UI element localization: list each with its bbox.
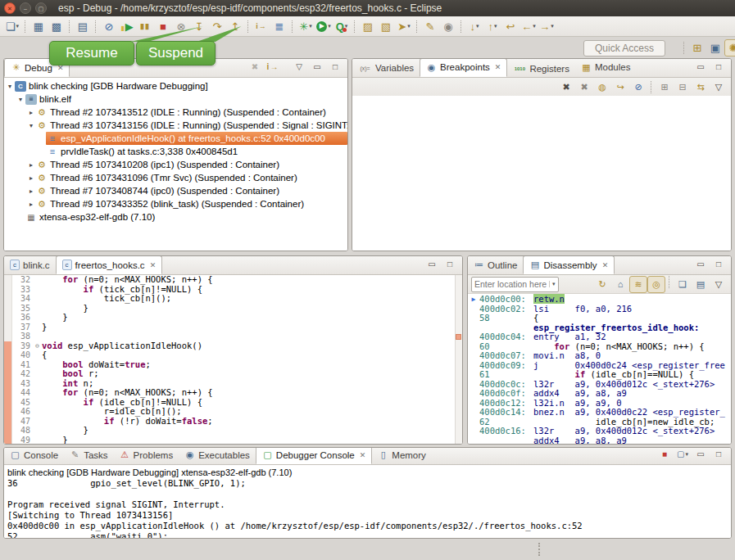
instruction-stepping-toggle[interactable]: i→	[264, 58, 282, 75]
console-output[interactable]: blink checking [GDB Hardware Debugging] …	[4, 465, 731, 538]
dropdown-arrow-icon[interactable]: ▾	[494, 23, 497, 29]
tab-breakpoints[interactable]: ◉Breakpoints✕	[420, 58, 507, 77]
code-line[interactable]: 46 r=idle_cb[n]();	[4, 407, 462, 417]
use-step-filters-button[interactable]: ≣	[270, 18, 288, 35]
view-menu-button[interactable]: ▽	[290, 58, 308, 75]
save-all-button[interactable]: ▩	[48, 18, 66, 35]
code-line[interactable]: 34 tick_cb[n]();	[4, 294, 462, 304]
code-line[interactable]: 48 }	[4, 426, 462, 436]
tab-modules[interactable]: ▦Modules	[575, 59, 636, 76]
cpp-perspective-button[interactable]: ▣	[706, 39, 724, 56]
debug-button[interactable]: ✳▾	[297, 18, 315, 35]
tab-tasks[interactable]: ✎Tasks	[64, 447, 113, 463]
go-to-file-button[interactable]: ↪	[611, 79, 629, 96]
disassembly-line[interactable]: 400d0c04:entry a1, 32	[468, 332, 731, 342]
step-into-button[interactable]: ↧	[190, 18, 208, 35]
debug-tree-thread-3[interactable]: ▾⚙Thread #3 1073413156 (IDLE : Running) …	[4, 119, 347, 132]
collapse-all-button[interactable]: ⊟	[674, 79, 692, 96]
remove-all-breakpoints-button[interactable]: ✖	[575, 79, 593, 96]
run-button[interactable]: ▶▾	[315, 18, 333, 35]
debug-tree-launch[interactable]: ▾Cblink checking [GDB Hardware Debugging…	[4, 79, 347, 93]
minimize-button[interactable]: ▭	[692, 58, 710, 75]
debug-tree-thread-6[interactable]: ▸⚙Thread #6 1073431096 (Tmr Svc) (Suspen…	[4, 171, 347, 184]
open-perspective-button[interactable]: ⊞	[688, 39, 706, 56]
expand-all-button[interactable]: ⊞	[656, 79, 674, 96]
forward-button[interactable]: →▾	[538, 18, 556, 35]
quick-access-button[interactable]: Quick Access	[583, 40, 665, 56]
export-button[interactable]: ▤	[692, 276, 710, 293]
disassembly-line[interactable]: 58{	[468, 314, 731, 323]
fold-marker-icon[interactable]: ⊖	[33, 341, 42, 351]
dropdown-arrow-icon[interactable]: ▾	[476, 23, 479, 29]
close-icon[interactable]: ✕	[495, 63, 501, 71]
window-close-button[interactable]: ✕	[4, 2, 16, 14]
minimize-button[interactable]: ▭	[423, 255, 441, 273]
close-icon[interactable]: ✕	[360, 451, 366, 459]
dropdown-arrow-icon[interactable]: ▾	[533, 23, 536, 29]
maximize-button[interactable]: □	[326, 58, 344, 75]
dropdown-arrow-icon[interactable]: ▾	[407, 23, 411, 29]
sash-handle[interactable]	[538, 543, 542, 556]
disassembly-line[interactable]: 400d0c07:movi.n a8, 0	[468, 351, 731, 361]
combo-dropdown-icon[interactable]: ▾	[549, 281, 558, 287]
debug-tree[interactable]: ▾Cblink checking [GDB Hardware Debugging…	[4, 78, 347, 251]
expand-arrow-icon[interactable]: ▸	[27, 201, 35, 208]
instruction-stepping-button[interactable]: i→	[252, 18, 270, 35]
dropdown-arrow-icon[interactable]: ▾	[685, 451, 688, 458]
suspend-button[interactable]: ▮▮	[136, 18, 154, 35]
resume-button[interactable]: ▶	[118, 18, 136, 35]
debug-tree-stack-frame-idlehook[interactable]: ≡esp_vApplicationIdleHook() at freertos_…	[4, 132, 347, 145]
tab-debugger-console[interactable]: ▢Debugger Console✕	[256, 447, 372, 464]
print-button[interactable]: ▤	[74, 18, 92, 35]
debug-tree-thread-5[interactable]: ▸⚙Thread #5 1073410208 (ipc1) (Suspended…	[4, 158, 347, 171]
close-icon[interactable]: ✕	[150, 261, 157, 269]
debug-tree-elf[interactable]: ▾≣blink.elf	[4, 93, 347, 106]
tab-disassembly[interactable]: ▤Disassembly✕	[523, 255, 615, 274]
dropdown-arrow-icon[interactable]: ▾	[328, 23, 331, 29]
home-button[interactable]: ⌂	[611, 276, 629, 293]
tab-problems[interactable]: ⚠Problems	[114, 447, 179, 463]
track-expression-toggle[interactable]: ◎	[647, 276, 665, 293]
tab-console[interactable]: ▢Console	[4, 447, 64, 463]
breakpoints-content[interactable]	[352, 96, 731, 251]
tab-registers[interactable]: 1010Registers	[507, 60, 575, 77]
location-input[interactable]	[472, 279, 549, 289]
show-source-toggle[interactable]: ≋	[629, 276, 647, 293]
tab-executables[interactable]: ◉Executables	[179, 447, 256, 463]
display-console-button[interactable]: ▢▾	[674, 447, 692, 463]
tab-memory[interactable]: ▯Memory	[372, 447, 432, 463]
tab-outline[interactable]: ≔Outline	[468, 256, 523, 273]
window-minimize-button[interactable]: –	[20, 2, 31, 14]
code-line[interactable]: 32 for (n=0; n<MAX_HOOKS; n++) {	[4, 275, 462, 285]
back-button[interactable]: ←▾	[519, 18, 538, 35]
close-icon[interactable]: ✕	[602, 261, 609, 269]
remove-all-terminated-button[interactable]: ✖	[246, 58, 264, 75]
terminate-button[interactable]: ■	[154, 18, 172, 35]
tab-blink-c[interactable]: cblink.c	[4, 256, 56, 273]
show-breakpoints-for-button[interactable]: ◍	[593, 79, 611, 96]
next-annotation-button[interactable]: ↓▾	[465, 18, 483, 35]
collapse-arrow-icon[interactable]: ▾	[16, 96, 25, 103]
code-line[interactable]: 35 }	[4, 304, 462, 314]
expand-arrow-icon[interactable]: ▸	[27, 161, 35, 169]
view-menu-button[interactable]: ▽	[710, 276, 728, 293]
step-over-button[interactable]: ↷	[208, 18, 226, 35]
disassembly-line[interactable]: 400d0c16:l32r a9, 0x400d012c <_stext+276…	[468, 427, 731, 436]
debug-tree-thread-2[interactable]: ▸⚙Thread #2 1073413512 (IDLE : Running) …	[4, 106, 347, 119]
code-line[interactable]: 38	[4, 332, 462, 341]
expand-arrow-icon[interactable]: ▸	[27, 187, 35, 195]
skip-all-breakpoints-toggle[interactable]: ⊘	[629, 79, 647, 96]
debug-perspective-button[interactable]: ✺	[724, 39, 735, 56]
save-button[interactable]: ▦	[29, 18, 48, 35]
disassembly-line[interactable]: 61 if (idle_cb[n]==NULL) {	[468, 370, 731, 380]
disassembly-content[interactable]: ▶400d0c00:retw.n 400d0c02:lsi f0, a0, 21…	[468, 294, 731, 444]
expand-arrow-icon[interactable]: ▸	[27, 109, 35, 116]
code-line[interactable]: 37}	[4, 323, 462, 332]
dropdown-arrow-icon[interactable]: ▾	[309, 23, 312, 29]
debug-tree-thread-9[interactable]: ▸⚙Thread #9 1073433352 (blink_task) (Sus…	[4, 197, 347, 210]
tab-variables[interactable]: (x)=Variables	[352, 60, 420, 77]
link-with-debug-button[interactable]: ⇆	[692, 79, 710, 96]
maximize-button[interactable]: □	[710, 447, 728, 463]
collapse-arrow-icon[interactable]: ▾	[27, 122, 35, 129]
minimize-button[interactable]: ▭	[692, 255, 710, 273]
